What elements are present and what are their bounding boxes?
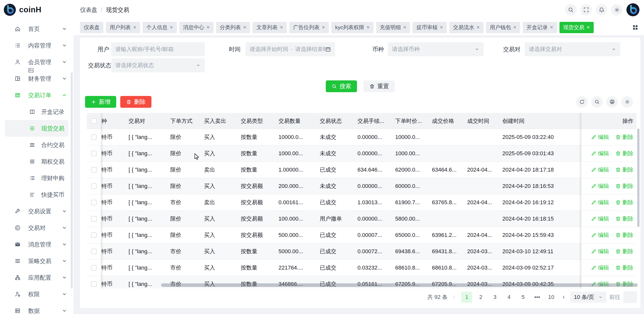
row-checkbox[interactable] [91, 167, 97, 173]
close-icon[interactable]: × [550, 25, 553, 30]
prev-page-button[interactable] [451, 292, 458, 303]
tab-2[interactable]: 个人信息× [143, 22, 177, 33]
tab-7[interactable]: kyc列表权限× [331, 22, 373, 33]
sidebar-item-4[interactable]: 交易订单 [0, 87, 73, 103]
row-edit-link[interactable]: 编辑 [591, 215, 609, 223]
row-edit-link[interactable]: 编辑 [591, 182, 609, 190]
row-delete-link[interactable]: 删除 [615, 264, 633, 272]
pair-select[interactable]: 请选择交易对 [525, 42, 620, 56]
tab-13[interactable]: 现货交易× [559, 22, 594, 33]
row-checkbox[interactable] [91, 134, 97, 140]
goto-page-input[interactable] [623, 291, 637, 303]
breadcrumb-item[interactable]: 仪表盘 [80, 6, 97, 14]
sidebar-subitem-3[interactable]: 期权交易 [0, 153, 73, 170]
row-delete-link[interactable]: 删除 [615, 133, 633, 141]
tab-5[interactable]: 文章列表× [253, 22, 287, 33]
row-edit-link[interactable]: 编辑 [591, 150, 609, 157]
page-size-select[interactable]: 10 条/页 [570, 292, 606, 303]
column-search-button[interactable] [591, 96, 603, 108]
tab-4[interactable]: 分类列表× [216, 22, 250, 33]
page-number-10[interactable]: 10 [546, 292, 557, 303]
close-icon[interactable]: × [587, 25, 590, 30]
row-checkbox[interactable] [91, 232, 97, 238]
row-checkbox[interactable] [91, 249, 97, 254]
sidebar-subitem-4[interactable]: 理财申购 [0, 170, 73, 186]
tab-10[interactable]: 交易流水× [449, 22, 484, 33]
row-checkbox[interactable] [91, 216, 97, 222]
page-number-5[interactable]: 5 [517, 292, 529, 303]
coin-select[interactable]: 请选择币种 [388, 42, 484, 56]
search-button[interactable]: 搜索 [326, 80, 357, 92]
sidebar-item-9[interactable]: 应用配置 [0, 269, 73, 286]
sidebar-scrollbar[interactable] [71, 72, 73, 288]
header-search-button[interactable] [565, 4, 577, 16]
row-edit-link[interactable]: 编辑 [591, 199, 609, 206]
add-button[interactable]: 新增 [85, 96, 116, 108]
tab-panel-grid-icon[interactable] [632, 24, 638, 31]
delete-button[interactable]: 删除 [120, 96, 151, 108]
settings-button[interactable] [611, 4, 623, 16]
page-number-3[interactable]: 3 [489, 292, 500, 303]
user-filter-input[interactable] [111, 42, 205, 56]
tab-1[interactable]: 用户列表× [106, 22, 140, 33]
page-number-4[interactable]: 4 [503, 292, 514, 303]
sidebar-item-7[interactable]: 消息管理 [0, 236, 73, 253]
sidebar-subitem-1[interactable]: 现货交易 [5, 120, 68, 137]
close-icon[interactable]: × [513, 25, 516, 30]
row-edit-link[interactable]: 编辑 [591, 248, 609, 255]
notifications-button[interactable] [596, 4, 607, 16]
close-icon[interactable]: × [280, 25, 283, 30]
next-page-button[interactable] [560, 292, 567, 303]
table-horizontal-scrollbar[interactable] [161, 283, 638, 287]
row-checkbox[interactable] [91, 183, 97, 189]
sidebar-item-6[interactable]: 交易对 [0, 220, 73, 236]
tab-3[interactable]: 消息中心× [179, 22, 214, 33]
fullscreen-button[interactable] [580, 4, 592, 16]
row-checkbox[interactable] [91, 151, 97, 156]
user-avatar[interactable] [626, 3, 639, 16]
close-icon[interactable]: × [476, 25, 480, 30]
tab-0[interactable]: 仪表盘 [80, 22, 103, 33]
refresh-button[interactable] [576, 96, 588, 108]
row-delete-link[interactable]: 删除 [615, 182, 633, 190]
tab-9[interactable]: 提币审核× [413, 22, 447, 33]
tab-12[interactable]: 开盒记录× [523, 22, 557, 33]
select-all-checkbox[interactable] [91, 118, 97, 124]
tab-8[interactable]: 充值明细× [376, 22, 410, 33]
sidebar-subitem-0[interactable]: 开盒记录 [0, 103, 73, 120]
row-edit-link[interactable]: 编辑 [591, 264, 609, 272]
row-delete-link[interactable]: 删除 [615, 248, 633, 255]
row-delete-link[interactable]: 删除 [615, 231, 633, 239]
sidebar-item-2[interactable]: 会员管理 [0, 54, 73, 70]
close-icon[interactable]: × [243, 25, 247, 30]
reset-button[interactable]: 重置 [364, 80, 395, 92]
close-icon[interactable]: × [367, 25, 370, 30]
row-delete-link[interactable]: 删除 [615, 166, 633, 174]
row-checkbox[interactable] [91, 281, 97, 287]
sidebar-item-10[interactable]: 权限 [0, 286, 73, 302]
row-edit-link[interactable]: 编辑 [591, 231, 609, 239]
tab-11[interactable]: 用户钱包× [486, 22, 520, 33]
print-button[interactable] [606, 96, 618, 108]
sidebar-item-8[interactable]: 策略交易 [0, 253, 73, 269]
row-checkbox[interactable] [91, 265, 97, 271]
close-icon[interactable]: × [440, 25, 443, 30]
close-icon[interactable]: × [133, 25, 136, 30]
row-delete-link[interactable]: 删除 [615, 150, 633, 157]
status-select[interactable]: 请选择交易状态 [111, 58, 205, 72]
page-number-1[interactable]: 1 [461, 292, 472, 303]
row-delete-link[interactable]: 删除 [615, 199, 633, 206]
row-edit-link[interactable]: 编辑 [591, 133, 609, 141]
row-edit-link[interactable]: 编辑 [591, 166, 609, 174]
sidebar-item-5[interactable]: 交易设置 [0, 203, 73, 220]
sidebar-item-0[interactable]: 首页 [0, 21, 73, 37]
sidebar-subitem-2[interactable]: 合约交易 [0, 137, 73, 153]
sidebar-item-11[interactable]: 数据 [0, 302, 73, 314]
table-settings-button[interactable] [621, 96, 633, 108]
close-icon[interactable]: × [170, 25, 173, 30]
sidebar-item-3[interactable]: 财务管理 [0, 70, 73, 87]
close-icon[interactable]: × [207, 25, 210, 30]
close-icon[interactable]: × [403, 25, 407, 30]
close-icon[interactable]: × [322, 25, 325, 30]
row-delete-link[interactable]: 删除 [615, 215, 633, 223]
